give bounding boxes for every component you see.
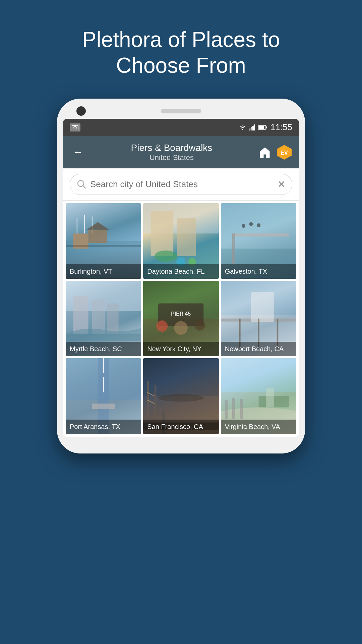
- city-label: San Francisco, CA: [143, 420, 219, 434]
- status-icons: [239, 124, 267, 130]
- svg-text:PIER 45: PIER 45: [171, 311, 191, 317]
- phone-screen: 11:55 ← Piers & Boardwalks United States: [63, 119, 299, 437]
- city-label: New York City, NY: [143, 342, 219, 356]
- svg-rect-41: [158, 304, 203, 326]
- svg-point-24: [155, 250, 177, 262]
- svg-rect-46: [221, 281, 296, 315]
- home-button[interactable]: [257, 145, 272, 160]
- city-label: Galveston, TX: [221, 264, 296, 279]
- svg-point-66: [158, 394, 203, 402]
- city-card[interactable]: Galveston, TX: [221, 203, 296, 279]
- wifi-icon: [239, 124, 246, 130]
- toolbar: ← Piers & Boardwalks United States EV: [63, 136, 299, 168]
- city-card[interactable]: Newport Beach, CA: [221, 281, 296, 356]
- svg-rect-9: [258, 126, 264, 129]
- svg-rect-6: [254, 124, 255, 130]
- search-input[interactable]: [90, 179, 274, 190]
- svg-line-63: [147, 392, 155, 396]
- clear-search-button[interactable]: ✕: [278, 179, 285, 190]
- back-button[interactable]: ←: [70, 143, 86, 161]
- phone-top: [63, 109, 299, 113]
- svg-point-31: [242, 224, 245, 228]
- city-grid: Burlington, VT Daytona Beach, FL Galvest…: [63, 201, 299, 437]
- phone-camera: [76, 106, 86, 116]
- svg-rect-39: [143, 281, 219, 319]
- photo-icon: [70, 123, 80, 131]
- phone-speaker: [161, 109, 201, 113]
- svg-rect-21: [143, 203, 219, 233]
- svg-line-13: [83, 186, 85, 188]
- svg-rect-22: [151, 211, 174, 256]
- svg-rect-3: [249, 128, 250, 130]
- svg-point-32: [249, 222, 253, 226]
- city-label: Myrtle Beach, SC: [66, 342, 141, 356]
- svg-rect-36: [73, 296, 88, 334]
- svg-rect-15: [73, 233, 88, 249]
- svg-rect-27: [221, 203, 296, 249]
- search-bar: ✕: [70, 174, 292, 195]
- svg-point-45: [195, 320, 205, 331]
- city-card[interactable]: PIER 45 New York City, NY: [143, 281, 219, 356]
- svg-line-64: [147, 400, 155, 404]
- city-card[interactable]: Port Aransas, TX: [66, 358, 141, 434]
- battery-icon: [258, 125, 267, 130]
- svg-rect-19: [88, 229, 107, 243]
- city-card[interactable]: San Francisco, CA: [143, 358, 219, 434]
- svg-rect-59: [143, 358, 219, 396]
- search-icon: [77, 179, 86, 189]
- toolbar-subtitle: United States: [149, 153, 194, 162]
- svg-rect-2: [74, 125, 76, 126]
- svg-rect-5: [252, 126, 254, 130]
- svg-rect-29: [232, 233, 289, 236]
- city-label: Newport Beach, CA: [221, 342, 296, 356]
- city-card[interactable]: Daytona Beach, FL: [143, 203, 219, 279]
- svg-rect-49: [251, 292, 274, 322]
- city-label: Virginia Beach, VA: [221, 420, 296, 434]
- svg-rect-53: [66, 358, 141, 400]
- svg-point-1: [74, 126, 76, 129]
- svg-rect-71: [232, 398, 235, 419]
- svg-point-33: [257, 223, 260, 227]
- city-label: Burlington, VT: [66, 264, 141, 279]
- svg-text:EV: EV: [281, 150, 288, 156]
- svg-rect-0: [72, 125, 78, 130]
- svg-rect-72: [240, 399, 243, 419]
- ev-badge[interactable]: EV: [276, 144, 292, 160]
- toolbar-title-block: Piers & Boardwalks United States: [91, 143, 252, 162]
- svg-point-43: [157, 320, 168, 332]
- toolbar-title: Piers & Boardwalks: [131, 143, 213, 153]
- search-bar-container: ✕: [63, 168, 299, 201]
- svg-rect-23: [177, 218, 196, 256]
- svg-rect-48: [221, 319, 296, 322]
- city-card[interactable]: Burlington, VT: [66, 203, 141, 279]
- toolbar-actions: EV: [257, 144, 292, 160]
- city-label: Daytona Beach, FL: [143, 264, 219, 279]
- status-bar: 11:55: [63, 119, 299, 136]
- status-bar-left: [70, 123, 80, 131]
- svg-rect-37: [92, 300, 105, 333]
- svg-rect-8: [266, 126, 267, 128]
- svg-rect-34: [66, 281, 141, 311]
- svg-rect-38: [107, 304, 119, 334]
- svg-rect-30: [232, 233, 235, 264]
- svg-rect-4: [251, 127, 252, 130]
- svg-rect-20: [66, 245, 141, 247]
- city-label: Port Aransas, TX: [66, 420, 141, 434]
- phone-frame: 11:55 ← Piers & Boardwalks United States: [57, 99, 305, 453]
- svg-rect-68: [221, 358, 296, 392]
- svg-point-44: [174, 321, 188, 335]
- city-card[interactable]: Virginia Beach, VA: [221, 358, 296, 434]
- city-card[interactable]: Myrtle Beach, SC: [66, 281, 141, 356]
- svg-rect-73: [258, 396, 289, 408]
- svg-rect-74: [266, 388, 274, 407]
- status-time: 11:55: [270, 122, 292, 132]
- status-bar-right: 11:55: [239, 122, 292, 132]
- page-header: Plethora of Places to Choose From: [47, 27, 315, 78]
- signal-icon: [249, 124, 255, 130]
- svg-rect-56: [92, 404, 115, 409]
- svg-rect-70: [225, 400, 228, 419]
